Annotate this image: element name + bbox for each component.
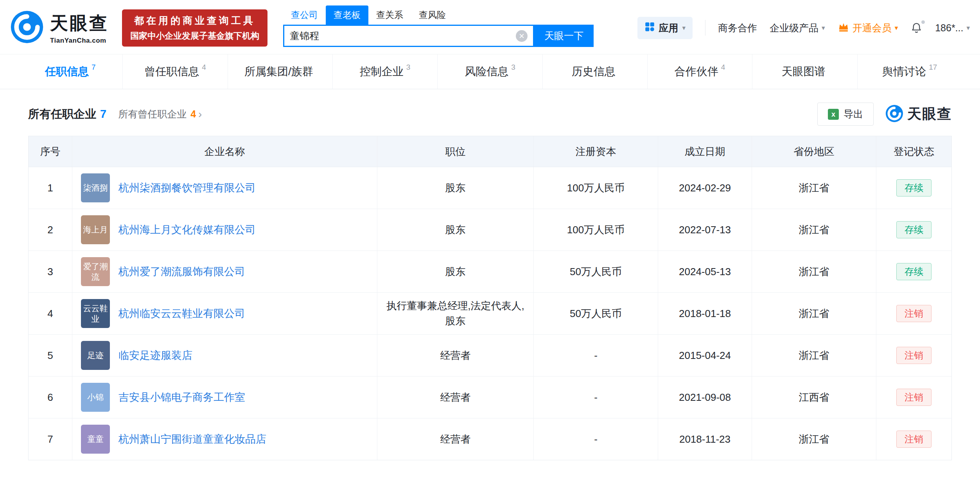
status-badge: 注销 [896,431,932,448]
position-cell: 经营者 [377,335,534,376]
menu-enterprise-products[interactable]: 企业级产品 ▾ [770,22,825,34]
row-index: 3 [29,251,72,292]
table-header-row: 序号 企业名称 职位 注册资本 成立日期 省份地区 登记状态 [29,136,951,167]
tab-risk-info[interactable]: 风险信息3 [438,54,542,89]
date-cell: 2024-02-29 [658,167,752,209]
search-area: 查公司 查老板 查关系 查风险 × 天眼一下 [283,5,594,47]
capital-cell: 100万人民币 [534,167,658,209]
date-cell: 2018-11-23 [658,418,752,460]
former-companies-count: 4 [190,108,196,120]
account-label: 186*... [935,22,963,34]
table-row: 1 柒酒捌 杭州柒酒捌餐饮管理有限公司 股东 100万人民币 2024-02-2… [29,167,951,209]
status-badge: 存续 [896,179,932,196]
chevron-down-icon: ▾ [822,24,825,32]
company-link[interactable]: 杭州海上月文化传媒有限公司 [118,222,256,238]
capital-cell: - [534,335,658,376]
region-cell: 浙江省 [752,251,876,292]
search-input[interactable]: × [283,25,534,47]
tab-former-positions[interactable]: 曾任职信息4 [123,54,228,89]
row-index: 6 [29,377,72,418]
company-link[interactable]: 杭州爱了潮流服饰有限公司 [118,264,245,280]
apps-button[interactable]: 应用 ▾ [637,17,693,39]
tab-graph[interactable]: 天眼图谱 [752,54,857,89]
row-index: 1 [29,167,72,209]
anchor-tabs: 任职信息7 曾任职信息4 所属集团/族群 控制企业3 风险信息3 历史信息 合作… [0,54,980,89]
excel-icon: x [828,109,839,120]
col-header-position: 职位 [377,136,534,167]
notification-bell-icon[interactable] [910,22,923,34]
section-title: 所有任职企业 [28,106,96,122]
promo-banner-line1: 都在用的商业查询工具 [128,14,261,27]
tab-group-cluster[interactable]: 所属集团/族群 [228,54,333,89]
status-badge: 注销 [896,389,932,406]
company-link[interactable]: 临安足迹服装店 [118,348,192,364]
tab-controlled-companies[interactable]: 控制企业3 [333,54,438,89]
tab-partners[interactable]: 合作伙伴4 [648,54,752,89]
table-row: 5 足迹 临安足迹服装店 经营者 - 2015-04-24 浙江省 注销 [29,335,951,377]
clear-icon[interactable]: × [516,30,528,42]
positions-table: 序号 企业名称 职位 注册资本 成立日期 省份地区 登记状态 1 柒酒捌 杭州柒… [28,136,952,460]
search-button[interactable]: 天眼一下 [534,25,594,47]
header-menu: 应用 ▾ 商务合作 企业级产品 ▾ 开通会员 ▾ 186*... ▾ [637,17,970,39]
company-link[interactable]: 吉安县小锦电子商务工作室 [118,389,245,406]
capital-cell: - [534,377,658,418]
table-row: 2 海上月 杭州海上月文化传媒有限公司 股东 100万人民币 2022-07-1… [29,209,951,251]
site-header: 天眼查 TianYanCha.com 都在用的商业查询工具 国家中小企业发展子基… [0,0,980,54]
export-label: 导出 [844,108,863,121]
company-logo: 小锦 [81,383,110,412]
account-menu[interactable]: 186*... ▾ [935,22,970,34]
row-index: 4 [29,293,72,334]
capital-cell: - [534,418,658,460]
vip-label: 开通会员 [853,22,892,34]
company-logo: 海上月 [81,215,110,244]
crown-icon [838,21,849,35]
status-badge: 注销 [896,305,932,322]
search-tabs: 查公司 查老板 查关系 查风险 [283,5,594,25]
section-bar: 所有任职企业 7 所有曾任职企业 4 › x 导出 天眼查 [28,103,952,126]
logo-domain: TianYanCha.com [50,37,109,45]
col-header-capital: 注册资本 [534,136,658,167]
former-companies-link[interactable]: 所有曾任职企业 4 › [118,108,202,121]
date-cell: 2018-01-18 [658,293,752,334]
capital-cell: 100万人民币 [534,209,658,251]
col-header-no: 序号 [29,136,72,167]
logo-title: 天眼查 [50,11,109,36]
company-link[interactable]: 杭州柒酒捌餐饮管理有限公司 [118,180,256,196]
search-tab-boss[interactable]: 查老板 [326,5,368,25]
date-cell: 2015-04-24 [658,335,752,376]
position-cell: 股东 [377,167,534,209]
chevron-right-icon: › [198,108,202,121]
col-header-status: 登记状态 [876,136,951,167]
search-tab-relation[interactable]: 查关系 [368,5,411,25]
table-row: 4 云云鞋业 杭州临安云云鞋业有限公司 执行董事兼总经理,法定代表人,股东 50… [29,293,951,335]
menu-vip[interactable]: 开通会员 ▾ [838,21,898,35]
tab-public-opinion[interactable]: 舆情讨论17 [858,54,962,89]
col-header-date: 成立日期 [658,136,752,167]
menu-business-cooperation[interactable]: 商务合作 [718,22,757,34]
tianyancha-logo-icon [10,10,44,45]
table-row: 6 小锦 吉安县小锦电子商务工作室 经营者 - 2021-09-08 江西省 注… [29,377,951,418]
tab-current-positions[interactable]: 任职信息7 [18,54,123,89]
capital-cell: 50万人民币 [534,293,658,334]
date-cell: 2021-09-08 [658,377,752,418]
search-tab-company[interactable]: 查公司 [283,5,326,25]
col-header-company: 企业名称 [72,136,377,167]
chevron-down-icon: ▾ [895,24,898,32]
status-badge: 存续 [896,263,932,280]
apps-label: 应用 [659,22,678,34]
tianyancha-logo[interactable]: 天眼查 TianYanCha.com [10,10,109,45]
company-link[interactable]: 杭州萧山宁围街道童童化妆品店 [118,431,266,447]
table-row: 3 爱了潮流 杭州爱了潮流服饰有限公司 股东 50万人民币 2024-05-13… [29,251,951,293]
status-badge: 注销 [896,347,932,364]
position-cell: 股东 [377,209,534,251]
notification-dot [921,20,925,24]
date-cell: 2024-05-13 [658,251,752,292]
search-tab-risk[interactable]: 查风险 [411,5,454,25]
company-link[interactable]: 杭州临安云云鞋业有限公司 [118,306,245,322]
tianyancha-watermark-text: 天眼查 [907,105,952,124]
company-logo: 柒酒捌 [81,173,110,202]
promo-banner: 都在用的商业查询工具 国家中小企业发展子基金旗下机构 [122,9,267,47]
search-input-field[interactable] [290,30,516,41]
tab-history-info[interactable]: 历史信息 [543,54,648,89]
export-button[interactable]: x 导出 [817,103,874,126]
